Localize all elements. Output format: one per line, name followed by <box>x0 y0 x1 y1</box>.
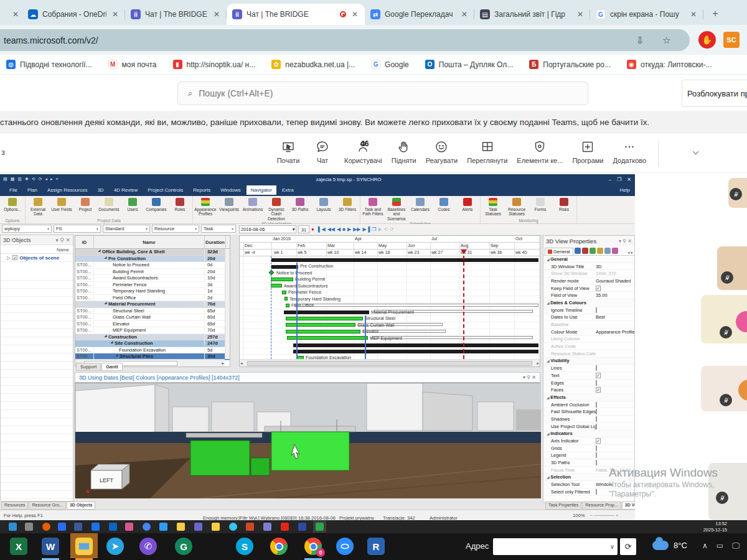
menu-tab-windows[interactable]: Windows <box>216 185 245 195</box>
panel-controls[interactable]: ▾ ⚲ ✕ <box>619 238 632 244</box>
day-field[interactable]: 31 <box>298 225 309 233</box>
browser-tab[interactable]: ▤Загальний звіт | Гідр✕ <box>474 4 590 25</box>
book-taskbar-icon[interactable] <box>74 523 82 531</box>
dock-tab-resource-gro-[interactable]: Resource Gro... <box>29 502 65 510</box>
browser-tab[interactable]: Gскрін екрана - Пошу✕ <box>590 4 703 25</box>
browser-tab[interactable]: iiЧат | The BRIDGE✕ <box>227 4 365 25</box>
system-tray[interactable]: ∧▭🖵 <box>702 541 740 550</box>
close-tab-icon[interactable]: ✕ <box>689 10 698 19</box>
ribbon-button-task-statuses[interactable]: Task Statuses <box>482 197 504 217</box>
properties-tab-icon[interactable] <box>575 248 581 254</box>
firefox-taskbar-icon[interactable] <box>42 523 50 531</box>
property-row[interactable]: Use Project Global Light <box>543 423 634 431</box>
property-row[interactable]: Grids <box>543 445 634 452</box>
menu-tab-file[interactable]: File <box>5 185 22 195</box>
browser-tab[interactable]: iiЧат | The BRIDGE onl✕ <box>125 4 227 25</box>
ribbon-button-appearance-profiles[interactable]: Appearance Profiles <box>195 197 216 217</box>
table-row[interactable]: ST00...MEP Equipment70d <box>75 327 230 334</box>
qat-icon[interactable]: ≡ <box>56 177 59 182</box>
bookmark-item[interactable]: ✿nezabudka.net.ua |... <box>271 60 355 69</box>
ribbon-button-resource-statuses[interactable]: Resource Statuses <box>506 197 527 217</box>
properties-tab-icon[interactable] <box>582 248 588 254</box>
table-row[interactable]: ST00...Glass Curtain Wall60d <box>75 314 230 321</box>
checkbox[interactable] <box>596 424 597 429</box>
table-row[interactable]: ST00...Building Permit20d <box>75 269 230 276</box>
property-row[interactable]: Fast Silhouette Edges <box>543 408 634 416</box>
synchro-taskbar-icon[interactable] <box>316 523 324 531</box>
chrome-taskbar-icon[interactable] <box>143 523 151 531</box>
chevron-down-icon[interactable] <box>693 149 699 155</box>
ribbon-button-project[interactable]: Project <box>75 197 96 212</box>
smile-button[interactable]: Реагувати <box>426 139 458 164</box>
table-row[interactable]: ST00...Elevator65d <box>75 321 230 328</box>
ribbon-button-users[interactable]: Users <box>122 197 143 212</box>
checkbox[interactable]: ✓ <box>596 438 601 444</box>
browser-tab[interactable]: ✕ <box>1 4 22 25</box>
panel-controls[interactable]: ▾ ⚲ ✕ <box>55 237 70 243</box>
ribbon-button-companies[interactable]: Companies <box>146 197 167 212</box>
zoom-taskbar-icon[interactable]: ⬭ <box>336 538 354 555</box>
gantt-bar[interactable] <box>282 291 286 294</box>
property-row[interactable]: Faces✓ <box>543 386 634 394</box>
telegram-taskbar-icon[interactable]: ➤ <box>106 538 124 555</box>
property-row[interactable]: Legend <box>543 452 634 460</box>
skype-taskbar-icon[interactable]: S <box>236 538 253 555</box>
viewport-controls[interactable]: ▾ ⚲ ✕ <box>523 375 536 380</box>
dock-tab-resources[interactable]: Resources <box>1 502 28 510</box>
bookmark-item[interactable]: Mмоя почта <box>108 60 157 69</box>
playback-button[interactable]: ▶ <box>378 226 382 232</box>
address-toolbar-input[interactable]: ∨ <box>493 538 618 555</box>
folder2-taskbar-icon[interactable] <box>212 523 220 531</box>
qat-icon[interactable]: ▥ <box>17 177 22 182</box>
premium-unlock-button[interactable]: Розблокувати преміум-верс <box>682 80 747 107</box>
menu-tab-plan[interactable]: Plan <box>23 185 42 195</box>
gantt-bar[interactable] <box>286 304 289 307</box>
zoom-slider[interactable]: − ────── + <box>590 513 618 518</box>
hand-button[interactable]: Підняти <box>392 139 416 164</box>
checkbox[interactable]: ✓ <box>596 286 601 291</box>
checkbox[interactable] <box>596 402 597 408</box>
folder-taskbar-icon[interactable] <box>177 523 185 531</box>
acrobat-taskbar-icon[interactable] <box>281 523 289 531</box>
explorer-taskbar-icon[interactable] <box>75 538 93 555</box>
ribbon-button-forms[interactable]: Forms <box>530 197 551 212</box>
focus-time-marker-icon[interactable] <box>461 250 467 254</box>
menu-tab-extra[interactable]: Extra <box>278 185 298 195</box>
3d-viewport[interactable]: LEFT <box>75 383 540 498</box>
properties-tab-icon[interactable] <box>590 248 596 254</box>
property-row[interactable]: Colour ModeAppearance Profiles <box>543 329 634 336</box>
ribbon-button-calendars[interactable]: Calendars <box>410 197 431 212</box>
checkbox[interactable] <box>596 380 597 386</box>
properties-section[interactable]: ◢ Dates & Colours <box>543 299 634 307</box>
table-row[interactable]: ST00...Perimeter Fence3d <box>75 282 230 289</box>
checkbox[interactable] <box>596 307 597 313</box>
ribbon-button-dynamic-clash-detection[interactable]: Dynamic Clash Detection <box>266 197 287 221</box>
table-vertical-scrollbar[interactable] <box>225 249 230 359</box>
property-row[interactable]: Lines <box>543 365 634 372</box>
sc-extension-icon[interactable]: SC <box>723 32 740 48</box>
qat-icon[interactable]: ▸ <box>50 177 53 182</box>
close-tab-icon[interactable]: ✕ <box>11 10 20 19</box>
playback-button[interactable]: ▶ <box>347 226 351 232</box>
property-row[interactable]: Edges <box>543 380 634 387</box>
gantt-milestone[interactable] <box>269 270 274 275</box>
grid-button[interactable]: Переглянути <box>467 139 507 164</box>
moon-taskbar-icon[interactable] <box>298 523 306 531</box>
playback-button[interactable]: ⟲ <box>384 226 388 232</box>
playback-button[interactable]: ▌◀ <box>318 226 326 232</box>
table-row[interactable]: Pre Construction20d <box>75 256 230 263</box>
vscode-taskbar-icon[interactable] <box>159 523 167 531</box>
address-bar[interactable]: teams.microsoft.com/v2/ ⇩ ☆ <box>0 29 690 51</box>
property-row[interactable]: Render modeGouraud Shaded <box>543 278 634 285</box>
share-button[interactable]: Почати <box>276 139 301 164</box>
property-row[interactable]: Ignore Timeline <box>543 307 634 314</box>
playback-button[interactable]: ◀ <box>337 226 341 232</box>
table-row[interactable]: ST00...Foundation Excavation5d <box>75 347 230 354</box>
shield-button[interactable]: Елементи ке... <box>517 139 563 164</box>
powerpoint-taskbar-icon[interactable] <box>246 523 254 531</box>
filter-select-wykopy[interactable]: wykopy▾ <box>2 225 52 233</box>
filter-select-task[interactable]: Task▾ <box>201 225 236 233</box>
bookmark-item[interactable]: БПортугальские ро... <box>529 60 611 69</box>
browser-tab[interactable]: ☁Собрания - OneDrive✕ <box>22 4 125 25</box>
system-clock[interactable]: 13:52 2025-12-15 <box>703 521 727 533</box>
